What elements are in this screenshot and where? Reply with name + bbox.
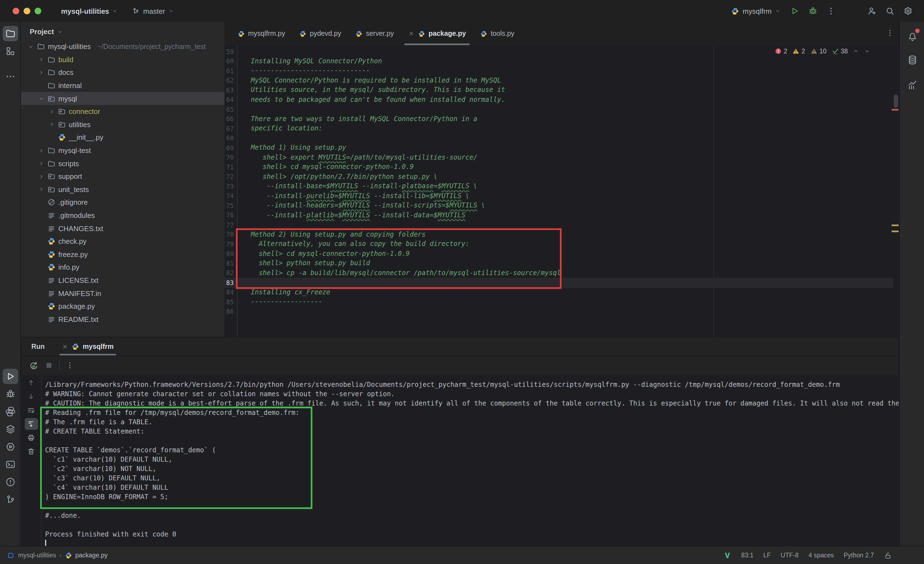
tree-item-freeze.py[interactable]: freeze.py [21, 248, 224, 261]
tree-item-scripts[interactable]: scripts [21, 157, 224, 170]
terminal-tool-button[interactable] [3, 457, 18, 472]
chevron-right-icon[interactable] [48, 108, 55, 115]
editor-line-75[interactable]: 75 --install-headers=$MYUTILS --install-… [224, 201, 893, 211]
editor-line-66[interactable]: 66There are two ways to install MySQL Co… [224, 114, 893, 124]
editor-line-76[interactable]: 76 --install-platlib=$MYUTILS --install-… [224, 211, 893, 220]
chevron-right-icon[interactable] [38, 186, 45, 193]
caret-position-widget[interactable]: 83:1 [741, 552, 753, 558]
close-icon[interactable] [62, 343, 69, 350]
tree-item-info.py[interactable]: info.py [21, 261, 224, 274]
editor-line-64[interactable]: 64needs to be packaged and can't be foun… [224, 95, 893, 105]
problems-tool-button[interactable] [3, 474, 18, 490]
chevron-right-icon[interactable] [38, 147, 45, 154]
tree-item-MANIFEST.in[interactable]: MANIFEST.in [21, 287, 224, 300]
python-packages-tool-button[interactable] [3, 404, 18, 419]
services-tool-button[interactable] [3, 421, 18, 437]
run-configuration-selector[interactable]: mysqlfrm [730, 6, 782, 16]
close-window-button[interactable] [13, 8, 19, 14]
version-control-tool-button[interactable] [3, 492, 18, 507]
tree-item-mysql-test[interactable]: mysql-test [21, 144, 224, 157]
tree-item-mysql[interactable]: mysql [21, 92, 224, 105]
tree-item-README.txt[interactable]: README.txt [21, 313, 224, 326]
maximize-window-button[interactable] [34, 8, 41, 14]
encoding-widget[interactable]: UTF-8 [781, 552, 799, 558]
editor-line-72[interactable]: 72 shell> /opt/python/2.7/bin/python set… [224, 172, 893, 182]
ide-vim-icon[interactable] [723, 551, 731, 559]
stop-button[interactable] [44, 360, 54, 370]
next-problem-chevron-down-icon[interactable] [864, 48, 871, 54]
tree-item-support[interactable]: support [21, 170, 224, 183]
tab-tools.py[interactable]: tools.py [473, 22, 521, 45]
editor-line-61[interactable]: 61------------------------------ [224, 66, 893, 76]
tree-item-check.py[interactable]: check.py [21, 235, 224, 248]
scroll-up-button[interactable] [24, 377, 38, 388]
chevron-right-icon[interactable] [38, 160, 45, 167]
settings-gear-icon[interactable] [903, 6, 913, 16]
scroll-down-button[interactable] [24, 391, 38, 402]
code-with-me-user-plus-icon[interactable] [867, 6, 877, 16]
editor-scrollbar-thumb[interactable] [894, 95, 898, 108]
editor-line-65[interactable]: 65 [224, 105, 893, 114]
tree-item-build[interactable]: build [21, 53, 224, 66]
more-actions-kebab-icon[interactable] [826, 6, 836, 16]
lock-open-icon[interactable] [884, 551, 892, 559]
endpoints-tool-button[interactable] [900, 76, 924, 95]
tree-item-__init__.py[interactable]: __init__.py [21, 131, 224, 144]
tree-item-utilities[interactable]: utilities [21, 118, 224, 131]
error-stripe-mark[interactable] [891, 109, 899, 111]
run-tool-button[interactable] [3, 368, 18, 384]
tree-item-CHANGES.txt[interactable]: CHANGES.txt [21, 222, 224, 235]
chevron-right-icon[interactable] [38, 173, 45, 180]
tab-pydevd.py[interactable]: pydevd.py [292, 22, 348, 45]
search-everywhere-icon[interactable] [885, 6, 895, 16]
breadcrumb[interactable]: mysql-utilities › package.py [7, 551, 108, 559]
editor-line-63[interactable]: 63Utilities source, in the mysql/ subdir… [224, 85, 893, 95]
editor-line-86[interactable]: 86 [224, 307, 893, 316]
chevron-down-icon[interactable] [27, 44, 34, 50]
scroll-to-end-button[interactable] [24, 418, 38, 430]
structure-tool-button[interactable] [3, 44, 18, 59]
line-separator-widget[interactable]: LF [764, 552, 771, 558]
soft-wrap-button[interactable] [24, 405, 38, 416]
tree-item-.gitignore[interactable]: .gitignore [21, 196, 224, 209]
editor-line-69[interactable]: 69Method 1) Using setup.py [224, 143, 893, 153]
tab-server.py[interactable]: server.py [348, 22, 401, 45]
breadcrumb-file[interactable]: package.py [75, 552, 108, 558]
tab-mysqlfrm.py[interactable]: mysqlfrm.py [231, 22, 292, 45]
editor-line-84[interactable]: 84Installing cx_Freeze [224, 287, 893, 297]
editor-line-62[interactable]: 62MySQL Connector/Python is required to … [224, 76, 893, 85]
tree-item-connector[interactable]: connector [21, 105, 224, 118]
editor-line-60[interactable]: 60Installing MySQL Connector/Python [224, 56, 893, 66]
vcs-widget[interactable]: master [129, 5, 177, 17]
print-button[interactable] [24, 432, 38, 444]
chevron-right-icon[interactable] [38, 56, 45, 63]
project-widget[interactable]: mysql-utilities [58, 5, 121, 17]
indent-widget[interactable]: 4 spaces [808, 552, 834, 558]
editor-line-70[interactable]: 70 shell> export MYUTILS=/path/to/mysql-… [224, 153, 893, 162]
tab-options-kebab-icon[interactable] [885, 29, 894, 38]
tree-item-.gitmodules[interactable]: .gitmodules [21, 209, 224, 222]
run-button[interactable] [790, 6, 800, 16]
editor-line-68[interactable]: 68 [224, 134, 893, 143]
rerun-button[interactable] [28, 360, 39, 370]
debug-tool-button[interactable] [3, 386, 18, 402]
editor-line-71[interactable]: 71 shell> cd mysql-connector-python-1.0.… [224, 162, 893, 172]
tab-package.py[interactable]: package.py [401, 22, 473, 45]
tree-item-docs[interactable]: docs [21, 66, 224, 79]
editor-line-85[interactable]: 85------------------ [224, 297, 893, 307]
editor-line-67[interactable]: 67specific location: [224, 124, 893, 134]
close-icon[interactable] [408, 30, 415, 37]
more-tool-windows-button[interactable] [3, 69, 18, 84]
chevron-down-icon[interactable] [38, 95, 45, 102]
tree-item-internal[interactable]: internal [21, 79, 224, 92]
warning-stripe-mark[interactable] [891, 224, 899, 226]
clear-console-button[interactable] [24, 446, 38, 457]
debug-button[interactable] [808, 6, 818, 16]
interpreter-widget[interactable]: Python 2.7 [844, 552, 874, 558]
previous-problem-chevron-up-icon[interactable] [853, 48, 860, 54]
tree-item-package.py[interactable]: package.py [21, 300, 224, 313]
tree-item-LICENSE.txt[interactable]: LICENSE.txt [21, 274, 224, 287]
database-tool-button[interactable] [900, 51, 924, 69]
inspections-widget[interactable]: 2 2 10 38 [774, 47, 871, 55]
tree-item-mysql-utilities[interactable]: mysql-utilities~/Documents/project_pycha… [21, 40, 224, 53]
